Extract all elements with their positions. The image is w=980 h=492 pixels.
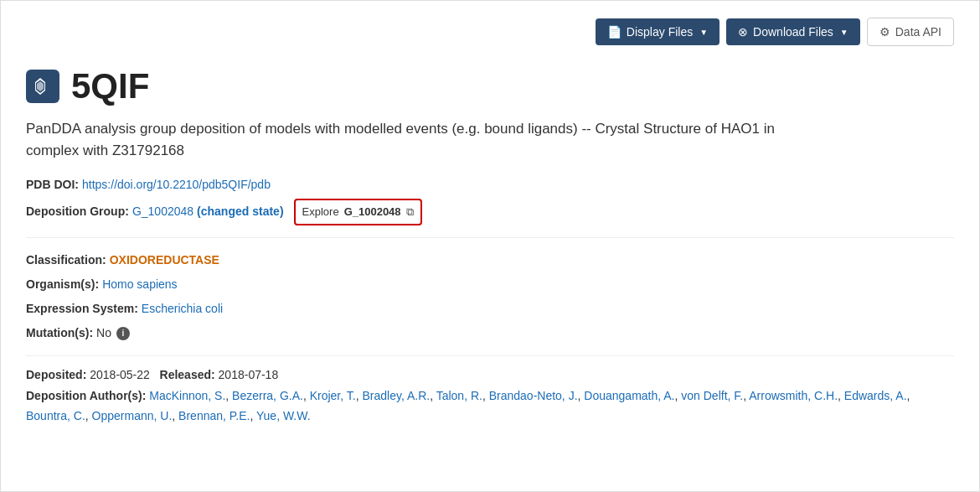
author-link[interactable]: Douangamath, A. [584, 389, 674, 402]
explore-label: Explore [302, 202, 339, 221]
authors-list: MacKinnon, S., Bezerra, G.A., Krojer, T.… [26, 389, 910, 422]
expression-value[interactable]: Escherichia coli [142, 298, 223, 319]
author-link[interactable]: von Delft, F. [681, 389, 743, 402]
author-link[interactable]: Edwards, A. [844, 389, 907, 402]
page-wrapper: 📄 Display Files ▼ ⊗ Download Files ▼ ⚙ D… [0, 0, 980, 492]
organism-row: Organism(s): Homo sapiens [26, 274, 954, 295]
download-files-label: Download Files [753, 25, 833, 39]
author-link[interactable]: MacKinnon, S. [149, 389, 225, 402]
released-date: 2018-07-18 [219, 368, 279, 381]
data-api-button[interactable]: ⚙ Data API [867, 18, 954, 46]
author-link[interactable]: Bradley, A.R. [362, 389, 430, 402]
deposition-group-label: Deposition Group: [26, 201, 129, 222]
released-label: Released: [160, 368, 215, 381]
deposited-date: 2018-05-22 [90, 368, 150, 381]
deposited-label: Deposited: [26, 368, 86, 381]
changed-state-link[interactable]: (changed state) [197, 201, 283, 222]
download-files-chevron: ▼ [840, 28, 848, 37]
classification-value: OXIDOREDUCTASE [110, 250, 219, 271]
deposition-group-id-link[interactable]: G_1002048 [132, 201, 193, 222]
entry-description: PanDDA analysis group deposition of mode… [26, 118, 780, 161]
data-api-label: Data API [895, 25, 941, 39]
divider-2 [26, 355, 954, 356]
authors-row: Deposition Author(s): MacKinnon, S., Bez… [26, 386, 954, 427]
gear-icon: ⚙ [879, 25, 890, 39]
author-link[interactable]: Bountra, C. [26, 409, 85, 422]
author-link[interactable]: Oppermann, U. [92, 409, 173, 422]
pdb-doi-link[interactable]: https://doi.org/10.2210/pdb5QIF/pdb [82, 174, 271, 195]
explore-id: G_1002048 [344, 202, 401, 221]
display-files-label: Display Files [627, 25, 693, 39]
organism-label: Organism(s): [26, 274, 99, 295]
display-files-chevron: ▼ [699, 28, 708, 37]
author-link[interactable]: Brandao-Neto, J. [489, 389, 578, 402]
mutation-info-icon[interactable]: i [116, 327, 130, 340]
divider-1 [26, 237, 954, 238]
author-link[interactable]: Bezerra, G.A. [232, 389, 303, 402]
pdb-doi-label: PDB DOI: [26, 174, 79, 195]
entry-id: 5QIF [71, 66, 149, 106]
organism-value[interactable]: Homo sapiens [102, 274, 178, 295]
explore-box: Explore G_1002048 ⧉ [294, 199, 422, 225]
toolbar: 📄 Display Files ▼ ⊗ Download Files ▼ ⚙ D… [26, 18, 954, 46]
author-link[interactable]: Yue, W.W. [256, 409, 311, 422]
classification-row: Classification: OXIDOREDUCTASE [26, 250, 954, 271]
deposited-row: Deposited: 2018-05-22 Released: 2018-07-… [26, 368, 954, 381]
author-link[interactable]: Arrowsmith, C.H. [749, 389, 838, 402]
pdb-doi-row: PDB DOI: https://doi.org/10.2210/pdb5QIF… [26, 174, 954, 195]
author-link[interactable]: Talon, R. [436, 389, 482, 402]
mutation-label: Mutation(s): [26, 323, 93, 344]
file-icon: 📄 [607, 25, 622, 39]
classification-label: Classification: [26, 250, 106, 271]
expression-system-row: Expression System: Escherichia coli [26, 298, 954, 319]
mutation-row: Mutation(s): No i [26, 323, 954, 344]
copy-icon[interactable]: ⧉ [406, 202, 414, 221]
display-files-button[interactable]: 📄 Display Files ▼ [596, 18, 720, 45]
expression-label: Expression System: [26, 298, 138, 319]
mutation-value: No [96, 323, 111, 344]
download-icon: ⊗ [738, 25, 748, 39]
author-link[interactable]: Brennan, P.E. [178, 409, 250, 422]
deposition-authors-label: Deposition Author(s): [26, 389, 146, 402]
deposition-group-row: Deposition Group: G_1002048 (changed sta… [26, 199, 954, 225]
title-row: 5QIF [26, 66, 954, 106]
download-files-button[interactable]: ⊗ Download Files ▼ [726, 18, 860, 45]
author-link[interactable]: Krojer, T. [310, 389, 356, 402]
pdb-icon [26, 70, 59, 103]
